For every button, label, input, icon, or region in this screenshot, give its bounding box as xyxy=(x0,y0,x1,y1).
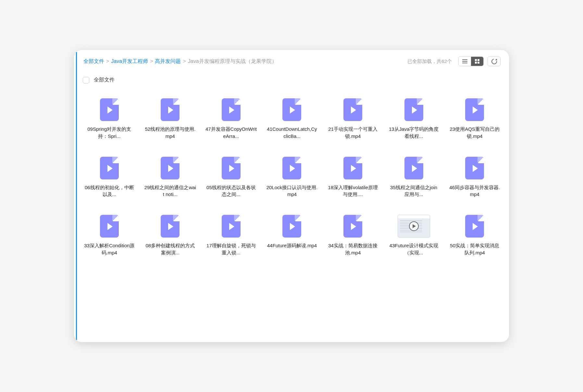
file-item[interactable]: 52线程池的原理与使用.mp4 xyxy=(141,89,200,145)
play-icon xyxy=(107,106,113,114)
file-item[interactable]: 33深入解析Condition源码.mp4 xyxy=(80,206,139,262)
file-item[interactable]: 21手动实现一个可重入锁.mp4 xyxy=(324,89,382,145)
select-all-row: 全部文件 xyxy=(77,69,507,86)
file-item[interactable]: 44Future源码解读.mp4 xyxy=(263,206,321,262)
play-icon xyxy=(473,106,478,114)
file-name: 17理解自旋锁，死锁与重入锁... xyxy=(205,242,257,256)
play-icon xyxy=(107,223,113,230)
file-name: 33深入解析Condition源码.mp4 xyxy=(83,242,135,256)
file-item[interactable]: 18深入理解volatile原理与使用.... xyxy=(324,148,382,203)
video-thumbnail xyxy=(398,215,430,238)
file-item[interactable]: 35线程之间通信之join应用与... xyxy=(385,148,443,203)
play-icon xyxy=(473,165,478,172)
file-item[interactable]: 50实战：简单实现消息队列.mp4 xyxy=(445,206,504,262)
file-item[interactable]: 29线程之间的通信之wait noti... xyxy=(141,148,200,203)
breadcrumb-separator: > xyxy=(183,58,186,64)
files-grid: 09Spring对并发的支持：Spri...52线程池的原理与使用.mp447并… xyxy=(77,86,507,340)
play-icon xyxy=(351,223,356,230)
file-name: 23使用AQS重写自己的锁.mp4 xyxy=(449,126,501,140)
video-file-icon xyxy=(343,215,362,238)
grid-view-button[interactable] xyxy=(471,57,483,66)
app-window: 全部文件>Java开发工程师>高并发问题>Java并发编程原理与实战（龙果学院）… xyxy=(74,50,509,342)
refresh-icon xyxy=(490,57,498,65)
play-icon xyxy=(229,165,234,172)
content-pane: 全部文件>Java开发工程师>高并发问题>Java并发编程原理与实战（龙果学院）… xyxy=(76,52,507,340)
file-item[interactable]: 17理解自旋锁，死锁与重入锁... xyxy=(202,206,260,262)
play-icon xyxy=(229,223,234,230)
play-icon xyxy=(290,223,295,230)
file-name: 08多种创建线程的方式案例演... xyxy=(144,242,196,256)
video-file-icon xyxy=(465,157,484,179)
file-item[interactable]: 23使用AQS重写自己的锁.mp4 xyxy=(445,89,504,145)
video-file-icon xyxy=(161,98,180,121)
video-file-icon xyxy=(100,215,119,238)
file-item[interactable]: 34实战：简易数据连接池.mp4 xyxy=(324,206,382,262)
video-file-icon xyxy=(465,215,484,238)
play-icon xyxy=(473,223,478,230)
file-name: 47并发容器CopyOnWriteArra... xyxy=(205,126,257,140)
breadcrumb-link[interactable]: 全部文件 xyxy=(83,58,104,65)
breadcrumb-separator: > xyxy=(150,58,153,64)
play-icon xyxy=(351,165,356,172)
play-icon xyxy=(168,106,173,114)
file-item[interactable]: 08多种创建线程的方式案例演... xyxy=(141,206,200,262)
video-file-icon xyxy=(343,157,362,179)
video-file-icon xyxy=(161,157,180,179)
file-name: 29线程之间的通信之wait noti... xyxy=(144,184,196,198)
file-item[interactable]: 06线程的初始化，中断以及... xyxy=(80,148,139,203)
play-icon xyxy=(412,165,417,172)
file-item[interactable]: 46同步容器与并发容器.mp4 xyxy=(445,148,504,203)
file-item[interactable]: 09Spring对并发的支持：Spri... xyxy=(80,89,139,145)
play-icon xyxy=(229,106,234,114)
refresh-button[interactable] xyxy=(488,56,501,66)
file-name: 41CountDownLatch,CyclicBa... xyxy=(266,126,318,140)
breadcrumb-separator: > xyxy=(106,58,109,64)
list-icon xyxy=(462,59,467,63)
play-icon xyxy=(409,221,419,231)
breadcrumb-link[interactable]: Java开发工程师 xyxy=(111,58,148,65)
file-name: 13从Java字节码的角度看线程... xyxy=(388,126,440,140)
play-icon xyxy=(107,165,113,172)
select-all-checkbox[interactable] xyxy=(83,77,89,83)
file-name: 05线程的状态以及各状态之间... xyxy=(205,184,257,198)
load-status: 已全部加载，共62个 xyxy=(407,58,452,65)
select-all-label: 全部文件 xyxy=(94,77,115,83)
file-name: 09Spring对并发的支持：Spri... xyxy=(83,126,135,140)
video-file-icon xyxy=(161,215,180,238)
video-file-icon xyxy=(282,215,301,238)
list-view-button[interactable] xyxy=(459,57,471,66)
video-file-icon xyxy=(222,215,241,238)
breadcrumb-current: Java并发编程原理与实战（龙果学院） xyxy=(188,58,277,65)
video-file-icon xyxy=(343,98,362,121)
header-bar: 全部文件>Java开发工程师>高并发问题>Java并发编程原理与实战（龙果学院）… xyxy=(77,52,507,69)
view-toggle xyxy=(458,56,484,66)
file-name: 21手动实现一个可重入锁.mp4 xyxy=(327,126,379,140)
video-file-icon xyxy=(465,98,484,121)
breadcrumb-link[interactable]: 高并发问题 xyxy=(155,58,181,65)
breadcrumb: 全部文件>Java开发工程师>高并发问题>Java并发编程原理与实战（龙果学院） xyxy=(83,58,403,65)
play-icon xyxy=(351,106,356,114)
play-icon xyxy=(290,106,295,114)
file-item[interactable]: 05线程的状态以及各状态之间... xyxy=(202,148,260,203)
video-file-icon xyxy=(404,157,423,179)
file-name: 44Future源码解读.mp4 xyxy=(266,242,318,249)
file-name: 18深入理解volatile原理与使用.... xyxy=(327,184,379,198)
file-name: 50实战：简单实现消息队列.mp4 xyxy=(449,242,501,256)
video-file-icon xyxy=(222,157,241,179)
video-file-icon xyxy=(100,157,119,179)
file-item[interactable]: 13从Java字节码的角度看线程... xyxy=(385,89,443,145)
file-name: 20Lock接口认识与使用.mp4 xyxy=(266,184,318,198)
file-item[interactable]: 47并发容器CopyOnWriteArra... xyxy=(202,89,260,145)
play-icon xyxy=(168,165,173,172)
video-file-icon xyxy=(282,98,301,121)
file-item[interactable]: 41CountDownLatch,CyclicBa... xyxy=(263,89,321,145)
play-icon xyxy=(168,223,173,230)
video-file-icon xyxy=(100,98,119,121)
video-file-icon xyxy=(222,98,241,121)
play-icon xyxy=(412,106,417,114)
file-item[interactable]: 43Future设计模式实现（实现... xyxy=(385,206,443,262)
file-item[interactable]: 20Lock接口认识与使用.mp4 xyxy=(263,148,321,203)
file-name: 52线程池的原理与使用.mp4 xyxy=(144,126,196,140)
file-name: 34实战：简易数据连接池.mp4 xyxy=(327,242,379,256)
file-name: 06线程的初始化，中断以及... xyxy=(83,184,135,198)
